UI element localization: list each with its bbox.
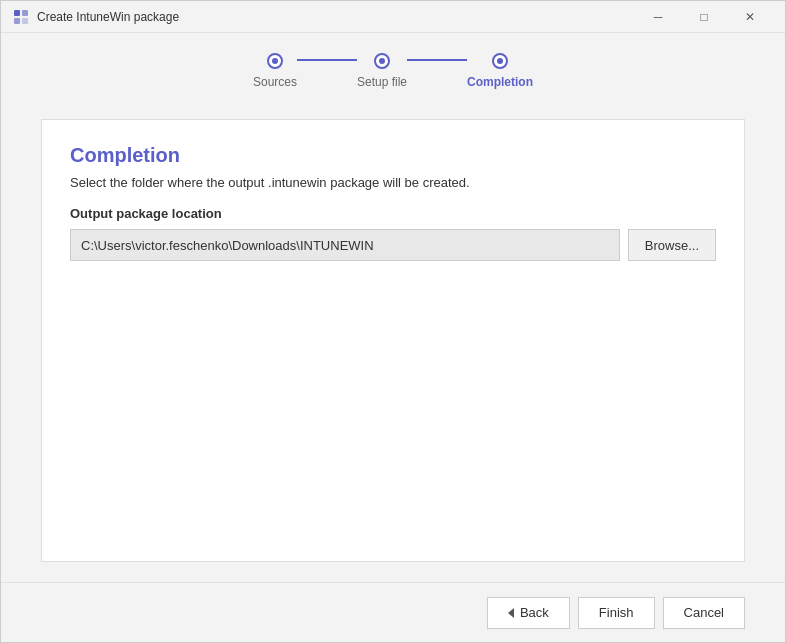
stepper-track: Sources Setup file	[253, 53, 533, 89]
svg-rect-2	[14, 18, 20, 24]
step-setup-file: Setup file	[357, 53, 407, 89]
step-setup-label: Setup file	[357, 75, 407, 89]
output-location-row: Browse...	[70, 229, 716, 261]
window: Create IntuneWin package ─ □ ✕ Sources	[0, 0, 786, 643]
svg-rect-1	[22, 10, 28, 16]
titlebar: Create IntuneWin package ─ □ ✕	[1, 1, 785, 33]
stepper: Sources Setup file	[41, 53, 745, 89]
back-button[interactable]: Back	[487, 597, 570, 629]
content-area: Sources Setup file	[1, 33, 785, 582]
page-title: Completion	[70, 144, 716, 167]
step-setup-circle	[374, 53, 390, 69]
section-description: Select the folder where the output .intu…	[70, 175, 716, 190]
finish-button[interactable]: Finish	[578, 597, 655, 629]
step-completion: Completion	[467, 53, 533, 89]
back-chevron-icon	[508, 608, 514, 618]
app-icon	[13, 9, 29, 25]
step-sources-circle	[267, 53, 283, 69]
step-completion-label: Completion	[467, 75, 533, 89]
window-title: Create IntuneWin package	[37, 10, 635, 24]
back-label: Back	[520, 605, 549, 620]
step-sources: Sources	[253, 53, 297, 89]
maximize-button[interactable]: □	[681, 1, 727, 33]
window-controls: ─ □ ✕	[635, 1, 773, 33]
cancel-button[interactable]: Cancel	[663, 597, 745, 629]
step-completion-circle	[492, 53, 508, 69]
svg-rect-0	[14, 10, 20, 16]
minimize-button[interactable]: ─	[635, 1, 681, 33]
step-sources-inner	[272, 58, 278, 64]
step-completion-inner	[497, 58, 503, 64]
svg-rect-3	[22, 18, 28, 24]
output-path-input[interactable]	[70, 229, 620, 261]
step-setup-inner	[379, 58, 385, 64]
step-line-1	[297, 59, 357, 61]
step-line-2	[407, 59, 467, 61]
footer: Back Finish Cancel	[1, 582, 785, 642]
step-sources-label: Sources	[253, 75, 297, 89]
close-button[interactable]: ✕	[727, 1, 773, 33]
main-content-box: Completion Select the folder where the o…	[41, 119, 745, 562]
field-label-output: Output package location	[70, 206, 716, 221]
browse-button[interactable]: Browse...	[628, 229, 716, 261]
